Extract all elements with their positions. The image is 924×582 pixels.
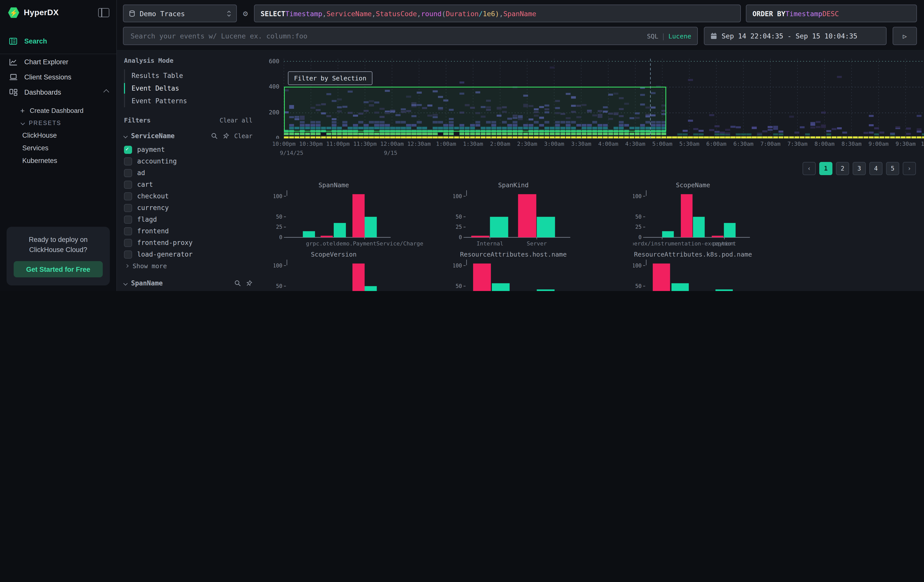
lucene-search-bar: SQL | Lucene	[123, 27, 698, 45]
sidebar-item-chart-explorer[interactable]: Chart Explorer	[0, 54, 116, 69]
filter-option-accounting[interactable]: accounting	[124, 155, 252, 167]
sidebar-item-clickhouse[interactable]: ClickHouse	[0, 129, 116, 142]
date-tick-label: 9/15	[384, 150, 397, 157]
filter-option-currency[interactable]: currency	[124, 202, 252, 214]
filter-option-load-generator[interactable]: load-generator	[124, 249, 252, 260]
page-prev-button[interactable]: ‹	[803, 162, 816, 175]
sql-token: ,	[417, 9, 421, 18]
search-input[interactable]	[130, 31, 647, 41]
filter-option-label: payment	[137, 146, 165, 153]
sql-toggle[interactable]: SQL	[647, 32, 658, 40]
hyperdx-app: ⚡ HyperDX SearchChart ExplorerClient Ses…	[0, 0, 924, 291]
mini-chart-scopename[interactable]: ScopeName02550100@hyperdx/instrumentatio…	[633, 180, 813, 249]
preset-list: ClickHouseServicesKubernetes	[0, 129, 116, 167]
svg-text:50: 50	[635, 214, 642, 220]
analysis-mode-event-patterns[interactable]: Event Patterns	[125, 95, 252, 107]
mini-chart-resourceattributes-host-name[interactable]: ResourceAttributes.host.name02550100paym…	[454, 249, 633, 291]
time-tick-label: 7:00am	[760, 141, 780, 147]
filter-option-cart[interactable]: cart	[124, 179, 252, 190]
filter-option-frontend-proxy[interactable]: frontend-proxy	[124, 237, 252, 249]
get-started-button[interactable]: Get Started for Free	[14, 261, 103, 277]
clear-filter-button[interactable]: Clear	[234, 132, 252, 139]
checkbox[interactable]	[124, 250, 132, 258]
gear-icon[interactable]: ⚙	[237, 8, 254, 18]
search-icon[interactable]	[211, 133, 218, 139]
pin-icon[interactable]	[246, 280, 252, 287]
sidebar-item-client-sessions[interactable]: Client Sessions	[0, 69, 116, 84]
filter-option-checkout[interactable]: checkout	[124, 190, 252, 202]
duration-heatmap: 6004002000 Filter by Selection 10:00pm10…	[261, 59, 924, 158]
filter-group-name[interactable]: ServiceName	[131, 132, 175, 140]
mini-chart-spanname[interactable]: SpanName02550100grpc.oteldemo.PaymentSer…	[274, 180, 454, 249]
time-tick-label: 8:00am	[814, 141, 835, 147]
page-button-3[interactable]: 3	[853, 162, 866, 175]
checkbox[interactable]	[124, 215, 132, 223]
sql-token: ServiceName	[327, 9, 372, 18]
source-select[interactable]: Demo Traces	[123, 5, 237, 22]
checkbox[interactable]	[124, 227, 132, 235]
svg-text:ScopeVersion: ScopeVersion	[311, 251, 357, 258]
date-range-picker[interactable]: Sep 14 22:04:35 - Sep 15 10:04:35	[704, 27, 886, 45]
checkbox[interactable]	[124, 239, 132, 247]
dashboards-icon	[9, 88, 18, 96]
time-tick-label: 8:30am	[842, 141, 862, 147]
sidebar-collapse-icon[interactable]	[98, 8, 109, 17]
page-button-4[interactable]: 4	[870, 162, 883, 175]
page-button-2[interactable]: 2	[836, 162, 849, 175]
filter-option-flagd[interactable]: flagd	[124, 214, 252, 225]
clear-all-button[interactable]: Clear all	[219, 117, 252, 124]
database-icon	[129, 10, 135, 17]
filter-by-selection-button[interactable]: Filter by Selection	[288, 71, 373, 85]
checkbox[interactable]	[124, 192, 132, 200]
checkbox[interactable]	[124, 157, 132, 165]
sidebar-item-search[interactable]: Search	[0, 32, 116, 49]
time-tick-label: 2:30am	[517, 141, 537, 147]
checkbox-checked[interactable]	[124, 145, 132, 153]
filter-group-actions: Clear	[211, 132, 252, 139]
page-next-button[interactable]: ›	[903, 162, 916, 175]
analysis-mode-tabs: Results TableEvent DeltasEvent Patterns	[124, 69, 252, 107]
time-tick-label: 5:00am	[652, 141, 673, 147]
mini-chart-spankind[interactable]: SpanKind02550100InternalServer	[454, 180, 633, 249]
mini-chart-resourceattributes-k8s-pod-name[interactable]: ResourceAttributes.k8s.pod.name02550100p…	[633, 249, 813, 291]
filter-option-payment[interactable]: payment	[124, 144, 252, 155]
page-button-1[interactable]: 1	[819, 162, 832, 175]
svg-text:0: 0	[279, 234, 282, 241]
lucene-toggle[interactable]: Lucene	[668, 32, 691, 40]
filter-group-name[interactable]: SpanName	[131, 279, 163, 287]
svg-text:Internal: Internal	[477, 241, 503, 247]
search-icon[interactable]	[234, 280, 241, 287]
sql-token: round	[421, 9, 442, 18]
heatmap-canvas[interactable]: 6004002000	[261, 59, 924, 138]
run-query-button[interactable]: ▷	[893, 27, 917, 45]
sidebar-item-kubernetes[interactable]: Kubernetes	[0, 154, 116, 167]
sql-select-input[interactable]: SELECT Timestamp, ServiceName, StatusCod…	[254, 5, 741, 22]
svg-text:ResourceAttributes.k8s.pod.nam: ResourceAttributes.k8s.pod.name	[634, 251, 752, 258]
sidebar-item-services[interactable]: Services	[0, 142, 116, 154]
create-dashboard-button[interactable]: + Create Dashboard	[0, 104, 116, 117]
show-more-button[interactable]: Show more	[124, 260, 252, 271]
pin-icon[interactable]	[223, 133, 229, 139]
analysis-mode-results-table[interactable]: Results Table	[125, 69, 252, 82]
checkbox[interactable]	[124, 204, 132, 212]
page-button-5[interactable]: 5	[886, 162, 899, 175]
sql-token: (	[442, 9, 446, 18]
sidebar-item-label: Dashboards	[24, 88, 61, 96]
filter-option-ad[interactable]: ad	[124, 167, 252, 179]
chevron-down-icon	[124, 281, 128, 285]
svg-text:50: 50	[276, 283, 282, 289]
filter-group-header: SpanName	[124, 279, 252, 287]
sidebar-item-dashboards[interactable]: Dashboards	[0, 84, 116, 100]
filters-label: Filters	[124, 116, 150, 124]
mini-chart-scopeversion[interactable]: ScopeVersion025501000.1.00.51.1	[274, 249, 454, 291]
analysis-mode-event-deltas[interactable]: Event Deltas	[125, 82, 252, 95]
svg-text:0: 0	[276, 135, 279, 138]
svg-text:100: 100	[633, 193, 642, 199]
time-tick-label: 2:00am	[490, 141, 510, 147]
checkbox[interactable]	[124, 169, 132, 177]
order-by-input[interactable]: ORDER BY Timestamp DESC	[746, 5, 917, 22]
filter-option-frontend[interactable]: frontend	[124, 225, 252, 237]
presets-toggle[interactable]: PRESETS	[0, 117, 116, 129]
svg-text:50: 50	[635, 283, 642, 289]
checkbox[interactable]	[124, 180, 132, 188]
